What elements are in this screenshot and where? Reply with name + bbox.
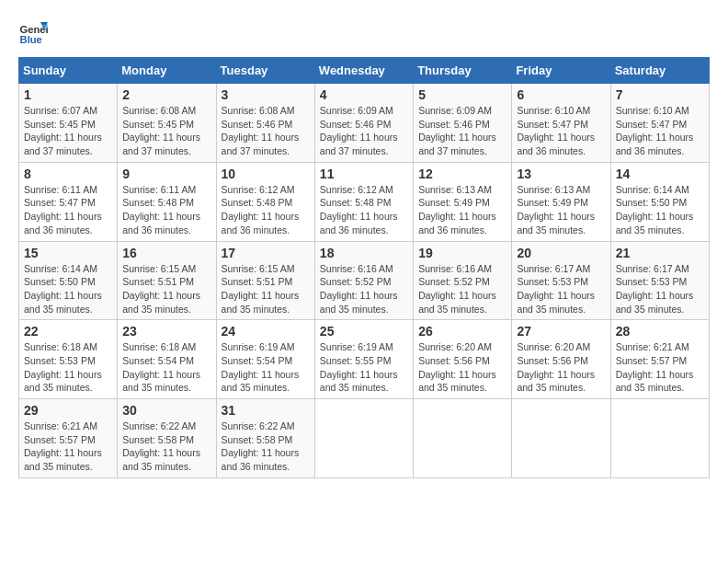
day-number: 5 (418, 87, 506, 102)
day-cell: 27Sunrise: 6:20 AMSunset: 5:56 PMDayligh… (512, 320, 610, 399)
day-detail: Sunrise: 6:11 AMSunset: 5:48 PMDaylight:… (122, 183, 210, 237)
day-number: 6 (517, 87, 605, 102)
day-number: 11 (320, 167, 408, 181)
day-detail: Sunrise: 6:08 AMSunset: 5:45 PMDaylight:… (122, 104, 210, 158)
day-cell: 16Sunrise: 6:15 AMSunset: 5:51 PMDayligh… (118, 241, 216, 320)
day-cell: 10Sunrise: 6:12 AMSunset: 5:48 PMDayligh… (216, 162, 314, 241)
day-detail: Sunrise: 6:08 AMSunset: 5:46 PMDaylight:… (222, 104, 310, 158)
day-detail: Sunrise: 6:09 AMSunset: 5:46 PMDaylight:… (418, 104, 506, 158)
day-number: 17 (222, 246, 310, 260)
column-header-sunday: Sunday (19, 58, 118, 84)
day-number: 1 (24, 87, 112, 102)
day-cell: 28Sunrise: 6:21 AMSunset: 5:57 PMDayligh… (610, 320, 709, 399)
day-cell: 11Sunrise: 6:12 AMSunset: 5:48 PMDayligh… (314, 162, 413, 241)
day-cell: 15Sunrise: 6:14 AMSunset: 5:50 PMDayligh… (19, 241, 118, 320)
day-cell: 19Sunrise: 6:16 AMSunset: 5:52 PMDayligh… (414, 241, 512, 320)
column-header-saturday: Saturday (610, 58, 709, 84)
day-cell: 23Sunrise: 6:18 AMSunset: 5:54 PMDayligh… (118, 320, 216, 399)
day-detail: Sunrise: 6:22 AMSunset: 5:58 PMDaylight:… (222, 419, 310, 474)
day-number: 23 (122, 324, 210, 339)
day-number: 21 (616, 246, 704, 260)
day-number: 7 (616, 87, 704, 102)
day-cell: 12Sunrise: 6:13 AMSunset: 5:49 PMDayligh… (414, 162, 512, 241)
column-header-friday: Friday (512, 58, 610, 84)
column-header-monday: Monday (118, 58, 216, 84)
logo: General Blue (18, 18, 48, 48)
day-cell: 3Sunrise: 6:08 AMSunset: 5:46 PMDaylight… (216, 84, 314, 163)
day-number: 22 (24, 324, 112, 339)
calendar-body: 1Sunrise: 6:07 AMSunset: 5:45 PMDaylight… (19, 84, 710, 478)
day-cell: 17Sunrise: 6:15 AMSunset: 5:51 PMDayligh… (216, 241, 314, 320)
day-number: 4 (320, 87, 408, 102)
day-number: 15 (24, 246, 112, 260)
day-detail: Sunrise: 6:13 AMSunset: 5:49 PMDaylight:… (418, 183, 506, 237)
day-number: 16 (122, 246, 210, 260)
day-cell (414, 399, 512, 478)
day-cell: 26Sunrise: 6:20 AMSunset: 5:56 PMDayligh… (414, 320, 512, 399)
day-detail: Sunrise: 6:15 AMSunset: 5:51 PMDaylight:… (222, 262, 310, 316)
day-detail: Sunrise: 6:09 AMSunset: 5:46 PMDaylight:… (320, 104, 408, 158)
day-number: 27 (517, 324, 605, 339)
day-number: 20 (517, 246, 605, 260)
day-number: 26 (418, 324, 506, 339)
day-detail: Sunrise: 6:20 AMSunset: 5:56 PMDaylight:… (418, 340, 506, 395)
day-detail: Sunrise: 6:15 AMSunset: 5:51 PMDaylight:… (122, 262, 210, 316)
day-cell: 18Sunrise: 6:16 AMSunset: 5:52 PMDayligh… (314, 241, 413, 320)
day-cell: 22Sunrise: 6:18 AMSunset: 5:53 PMDayligh… (19, 320, 118, 399)
day-cell: 9Sunrise: 6:11 AMSunset: 5:48 PMDaylight… (118, 162, 216, 241)
day-detail: Sunrise: 6:18 AMSunset: 5:54 PMDaylight:… (122, 340, 210, 395)
day-cell: 2Sunrise: 6:08 AMSunset: 5:45 PMDaylight… (118, 84, 216, 163)
day-detail: Sunrise: 6:10 AMSunset: 5:47 PMDaylight:… (517, 104, 605, 158)
day-cell: 4Sunrise: 6:09 AMSunset: 5:46 PMDaylight… (314, 84, 413, 163)
day-number: 13 (517, 167, 605, 181)
day-detail: Sunrise: 6:16 AMSunset: 5:52 PMDaylight:… (320, 262, 408, 316)
day-number: 24 (222, 324, 310, 339)
day-cell: 20Sunrise: 6:17 AMSunset: 5:53 PMDayligh… (512, 241, 610, 320)
day-cell: 13Sunrise: 6:13 AMSunset: 5:49 PMDayligh… (512, 162, 610, 241)
day-detail: Sunrise: 6:18 AMSunset: 5:53 PMDaylight:… (24, 340, 112, 395)
day-detail: Sunrise: 6:12 AMSunset: 5:48 PMDaylight:… (222, 183, 310, 237)
day-number: 12 (418, 167, 506, 181)
day-cell: 29Sunrise: 6:21 AMSunset: 5:57 PMDayligh… (19, 399, 118, 478)
week-row-2: 8Sunrise: 6:11 AMSunset: 5:47 PMDaylight… (19, 162, 710, 241)
day-number: 8 (24, 167, 112, 181)
day-cell: 31Sunrise: 6:22 AMSunset: 5:58 PMDayligh… (216, 399, 314, 478)
day-number: 31 (222, 403, 310, 418)
calendar-table: SundayMondayTuesdayWednesdayThursdayFrid… (18, 57, 710, 478)
day-number: 19 (418, 246, 506, 260)
day-detail: Sunrise: 6:14 AMSunset: 5:50 PMDaylight:… (24, 262, 112, 316)
day-detail: Sunrise: 6:21 AMSunset: 5:57 PMDaylight:… (24, 419, 112, 474)
day-number: 18 (320, 246, 408, 260)
day-number: 29 (24, 403, 112, 418)
day-detail: Sunrise: 6:17 AMSunset: 5:53 PMDaylight:… (517, 262, 605, 316)
header-row: SundayMondayTuesdayWednesdayThursdayFrid… (19, 58, 710, 84)
day-cell: 1Sunrise: 6:07 AMSunset: 5:45 PMDaylight… (19, 84, 118, 163)
week-row-1: 1Sunrise: 6:07 AMSunset: 5:45 PMDaylight… (19, 84, 710, 163)
svg-text:Blue: Blue (20, 34, 42, 45)
day-number: 10 (222, 167, 310, 181)
day-detail: Sunrise: 6:16 AMSunset: 5:52 PMDaylight:… (418, 262, 506, 316)
day-number: 3 (222, 87, 310, 102)
day-cell: 14Sunrise: 6:14 AMSunset: 5:50 PMDayligh… (610, 162, 709, 241)
day-number: 30 (122, 403, 210, 418)
day-number: 25 (320, 324, 408, 339)
day-cell (314, 399, 413, 478)
day-detail: Sunrise: 6:14 AMSunset: 5:50 PMDaylight:… (616, 183, 704, 237)
day-detail: Sunrise: 6:19 AMSunset: 5:55 PMDaylight:… (320, 340, 408, 395)
logo-icon: General Blue (18, 18, 48, 48)
day-cell (512, 399, 610, 478)
day-cell: 8Sunrise: 6:11 AMSunset: 5:47 PMDaylight… (19, 162, 118, 241)
column-header-tuesday: Tuesday (216, 58, 314, 84)
column-header-thursday: Thursday (414, 58, 512, 84)
day-number: 28 (616, 324, 704, 339)
day-cell (610, 399, 709, 478)
day-number: 14 (616, 167, 704, 181)
day-cell: 30Sunrise: 6:22 AMSunset: 5:58 PMDayligh… (118, 399, 216, 478)
day-cell: 5Sunrise: 6:09 AMSunset: 5:46 PMDaylight… (414, 84, 512, 163)
column-header-wednesday: Wednesday (314, 58, 413, 84)
day-detail: Sunrise: 6:20 AMSunset: 5:56 PMDaylight:… (517, 340, 605, 395)
day-detail: Sunrise: 6:11 AMSunset: 5:47 PMDaylight:… (24, 183, 112, 237)
day-number: 9 (122, 167, 210, 181)
day-cell: 21Sunrise: 6:17 AMSunset: 5:53 PMDayligh… (610, 241, 709, 320)
day-cell: 7Sunrise: 6:10 AMSunset: 5:47 PMDaylight… (610, 84, 709, 163)
